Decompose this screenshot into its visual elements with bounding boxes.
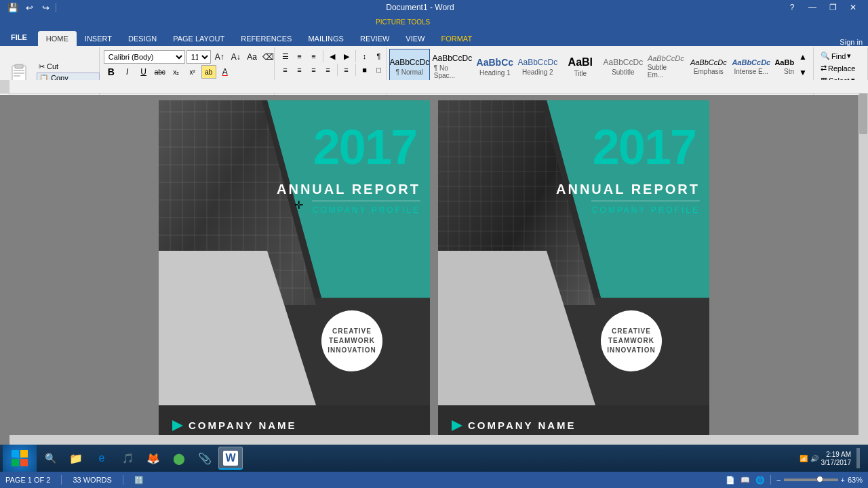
minimize-button[interactable]: — [803, 1, 822, 14]
increase-font-button[interactable]: A↑ [212, 50, 227, 64]
document-title: Document1 - Word [59, 3, 781, 12]
word-icon: W [223, 451, 238, 466]
tab-insert[interactable]: INSERT [77, 31, 120, 46]
tab-home[interactable]: HOME [38, 31, 77, 46]
strikethrough-button[interactable]: abc [153, 65, 167, 79]
restore-button[interactable]: ❐ [823, 1, 842, 14]
company-name-row-2: COMPANY NAME [452, 420, 576, 431]
tab-design[interactable]: DESIGN [120, 31, 165, 46]
style-heading2[interactable]: AaBbCcDc Heading 2 [517, 49, 558, 84]
tray-network-icon: 📶 [800, 455, 808, 462]
taskbar-search[interactable]: 🔍 [38, 447, 62, 470]
change-case-button[interactable]: Aa [245, 50, 260, 64]
clear-format-button[interactable]: ⌫ [261, 50, 276, 64]
highlight-button[interactable]: ab [201, 65, 216, 79]
bullets-button[interactable]: ☰ [279, 50, 292, 62]
annual-report-text-1: ANNUAL REPORT [277, 182, 420, 197]
show-desktop-icon[interactable] [856, 448, 860, 468]
shading-button[interactable]: ■ [358, 64, 372, 76]
replace-icon: ⇄ [821, 64, 827, 73]
tab-review[interactable]: REVIEW [352, 31, 397, 46]
style-subtle-emphasis[interactable]: AaBbCcDc Subtle Em... [646, 49, 686, 84]
zoom-out-icon[interactable]: − [776, 476, 781, 484]
start-button[interactable] [3, 445, 37, 472]
italic-button[interactable]: I [120, 65, 135, 79]
taskbar-word[interactable]: W [218, 447, 243, 470]
tab-view[interactable]: VIEW [397, 31, 433, 46]
ribbon-tabs: FILE HOME INSERT DESIGN PAGE LAYOUT REFE… [0, 28, 868, 46]
bold-button[interactable]: B [104, 65, 119, 79]
decrease-font-button[interactable]: A↓ [229, 50, 243, 64]
show-marks-button[interactable]: ¶ [372, 50, 386, 62]
align-center-button[interactable]: ≡ [293, 64, 307, 76]
tab-references[interactable]: REFERENCES [233, 31, 300, 46]
view-web-icon[interactable]: 🌐 [755, 476, 765, 485]
style-normal[interactable]: AaBbCcDc ¶ Normal [389, 49, 430, 84]
view-print-icon[interactable]: 📄 [726, 476, 735, 485]
style-no-spacing[interactable]: AaBbCcDc ¶ No Spac... [432, 49, 473, 84]
taskbar-firefox[interactable]: 🦊 [141, 447, 165, 470]
close-button[interactable]: ✕ [844, 1, 863, 14]
style-heading1[interactable]: AaBbCc Heading 1 [475, 49, 515, 84]
tab-mailings[interactable]: MAILINGS [300, 31, 352, 46]
align-left-button[interactable]: ≡ [279, 64, 292, 76]
style-title[interactable]: AaBI Title [560, 49, 601, 84]
style-intense-emphasis[interactable]: AaBbCcDc Intense E... [731, 49, 772, 84]
play-icon-1 [172, 420, 183, 431]
tab-page-layout[interactable]: PAGE LAYOUT [165, 31, 233, 46]
document-area[interactable]: 2017 ANNUAL REPORT COMPANY PROFILE CREAT… [0, 95, 868, 445]
zoom-level[interactable]: 63% [848, 476, 863, 484]
tray-sound-icon: 🔊 [810, 455, 818, 462]
replace-button[interactable]: ⇄ Replace [818, 62, 858, 74]
superscript-button[interactable]: x² [185, 65, 200, 79]
separator-line-1 [312, 201, 420, 201]
taskbar-ie[interactable]: e [90, 447, 114, 470]
tab-file[interactable]: FILE [0, 28, 38, 46]
taskbar-media[interactable]: 🎵 [115, 447, 140, 470]
tab-format[interactable]: FORMAT [433, 31, 480, 46]
subscript-button[interactable]: x₂ [169, 65, 184, 79]
taskbar-app1[interactable]: 📎 [193, 447, 217, 470]
font-name-select[interactable]: Calibri (Body) [104, 50, 185, 64]
vertical-scrollbar[interactable] [859, 94, 868, 445]
font-color-button[interactable]: A [218, 65, 233, 79]
sort-button[interactable]: ↕ [358, 50, 372, 62]
horizontal-ruler: 123456789101112 [0, 80, 868, 94]
chrome-icon: ⬤ [173, 452, 185, 465]
styles-scroll-down[interactable]: ▼ [795, 66, 810, 79]
badge-line3-2: INNOVATION [607, 346, 655, 355]
search-icon: 🔍 [45, 453, 56, 464]
zoom-slider[interactable] [784, 479, 838, 481]
multilevel-button[interactable]: ≡ [307, 50, 321, 62]
justify-button[interactable]: ≡ [321, 64, 335, 76]
underline-button[interactable]: U [136, 65, 151, 79]
page-info: PAGE 1 OF 2 [5, 476, 50, 484]
font-size-select[interactable]: 11 [186, 50, 211, 64]
align-right-button[interactable]: ≡ [307, 64, 321, 76]
year-text-1: 2017 [313, 119, 416, 175]
styles-scroll-up[interactable]: ▲ [795, 50, 810, 64]
style-emphasis[interactable]: AaBbCcDc Emphasis [688, 49, 729, 84]
cut-button[interactable]: ✂ Cut [37, 62, 100, 72]
undo-button[interactable]: ↩ [22, 1, 37, 14]
sign-in-area[interactable]: Sign in [840, 38, 868, 46]
status-separator-2 [123, 475, 123, 485]
style-strong[interactable]: AaBbCcDc Strong [774, 49, 794, 84]
redo-button[interactable]: ↪ [38, 1, 53, 14]
help-button[interactable]: ? [783, 1, 802, 14]
zoom-in-icon[interactable]: + [841, 476, 845, 484]
find-button[interactable]: 🔍 Find ▾ [818, 50, 858, 62]
numbering-button[interactable]: ≡ [293, 50, 307, 62]
scrollbar-thumb[interactable] [859, 94, 867, 134]
horizontal-scrollbar[interactable] [9, 435, 859, 445]
save-button[interactable]: 💾 [5, 1, 20, 14]
taskbar-file-explorer[interactable]: 📁 [64, 447, 88, 470]
line-spacing-button[interactable]: ≡ [340, 64, 353, 76]
border-button[interactable]: □ [372, 64, 386, 76]
style-subtitle[interactable]: AaBbCcDc Subtitle [603, 49, 644, 84]
increase-indent-button[interactable]: ▶ [340, 50, 353, 62]
taskbar-chrome[interactable]: ⬤ [167, 447, 191, 470]
view-read-icon[interactable]: 📖 [741, 476, 750, 485]
zoom-controls: − + 63% [776, 476, 863, 484]
decrease-indent-button[interactable]: ◀ [326, 50, 339, 62]
